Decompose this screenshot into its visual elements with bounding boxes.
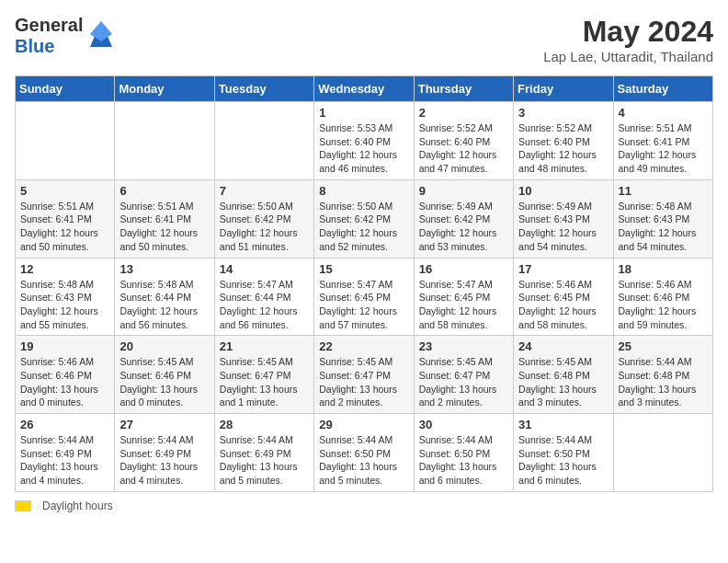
calendar-cell: 11Sunrise: 5:48 AMSunset: 6:43 PMDayligh… [613, 179, 712, 258]
calendar-cell: 12Sunrise: 5:48 AMSunset: 6:43 PMDayligh… [16, 258, 115, 336]
day-info: Sunrise: 5:44 AMSunset: 6:49 PMDaylight:… [20, 433, 109, 488]
calendar-cell [16, 102, 115, 180]
calendar-week-row: 19Sunrise: 5:46 AMSunset: 6:46 PMDayligh… [16, 336, 713, 414]
calendar-cell: 23Sunrise: 5:45 AMSunset: 6:47 PMDayligh… [414, 336, 513, 414]
day-number: 19 [20, 339, 109, 353]
day-info: Sunrise: 5:49 AMSunset: 6:42 PMDaylight:… [419, 200, 508, 254]
calendar-cell: 25Sunrise: 5:44 AMSunset: 6:48 PMDayligh… [613, 336, 712, 414]
day-info: Sunrise: 5:52 AMSunset: 6:40 PMDaylight:… [518, 121, 608, 176]
calendar-cell: 29Sunrise: 5:44 AMSunset: 6:50 PMDayligh… [314, 414, 414, 492]
calendar-cell: 16Sunrise: 5:47 AMSunset: 6:45 PMDayligh… [414, 258, 513, 336]
day-number: 18 [619, 262, 708, 276]
footer-note: Daylight hours [15, 500, 713, 512]
day-info: Sunrise: 5:51 AMSunset: 6:41 PMDaylight:… [119, 200, 209, 254]
day-number: 6 [119, 184, 209, 198]
day-number: 11 [619, 184, 708, 198]
calendar-week-row: 12Sunrise: 5:48 AMSunset: 6:43 PMDayligh… [16, 258, 713, 336]
day-info: Sunrise: 5:49 AMSunset: 6:43 PMDaylight:… [518, 200, 608, 254]
day-number: 13 [119, 262, 209, 276]
calendar-header-friday: Friday [514, 76, 613, 102]
day-info: Sunrise: 5:46 AMSunset: 6:46 PMDaylight:… [619, 278, 708, 332]
calendar-cell: 20Sunrise: 5:45 AMSunset: 6:46 PMDayligh… [115, 336, 214, 414]
calendar-cell: 26Sunrise: 5:44 AMSunset: 6:49 PMDayligh… [16, 414, 115, 492]
calendar-cell [613, 414, 712, 492]
day-info: Sunrise: 5:48 AMSunset: 6:43 PMDaylight:… [20, 278, 109, 332]
day-number: 30 [419, 418, 508, 431]
page-header: General Blue May 2024 Lap Lae, Uttaradit… [15, 15, 713, 64]
calendar-table: SundayMondayTuesdayWednesdayThursdayFrid… [15, 75, 713, 492]
calendar-week-row: 26Sunrise: 5:44 AMSunset: 6:49 PMDayligh… [16, 414, 713, 492]
day-number: 28 [220, 418, 309, 431]
day-info: Sunrise: 5:51 AMSunset: 6:41 PMDaylight:… [20, 200, 109, 254]
day-info: Sunrise: 5:53 AMSunset: 6:40 PMDaylight:… [319, 121, 408, 176]
day-number: 20 [119, 339, 209, 353]
day-info: Sunrise: 5:44 AMSunset: 6:48 PMDaylight:… [619, 355, 708, 409]
day-number: 8 [319, 184, 408, 198]
day-number: 10 [518, 184, 608, 198]
calendar-cell: 17Sunrise: 5:46 AMSunset: 6:45 PMDayligh… [514, 258, 613, 336]
calendar-week-row: 5Sunrise: 5:51 AMSunset: 6:41 PMDaylight… [16, 179, 713, 258]
calendar-cell: 7Sunrise: 5:50 AMSunset: 6:42 PMDaylight… [214, 179, 313, 258]
daylight-label: Daylight hours [42, 500, 113, 512]
day-info: Sunrise: 5:48 AMSunset: 6:43 PMDaylight:… [619, 200, 708, 254]
day-info: Sunrise: 5:45 AMSunset: 6:47 PMDaylight:… [220, 355, 309, 409]
calendar-cell: 28Sunrise: 5:44 AMSunset: 6:49 PMDayligh… [214, 414, 313, 492]
calendar-cell: 9Sunrise: 5:49 AMSunset: 6:42 PMDaylight… [414, 179, 513, 258]
calendar-header-monday: Monday [115, 76, 214, 102]
calendar-cell: 1Sunrise: 5:53 AMSunset: 6:40 PMDaylight… [314, 102, 414, 180]
day-info: Sunrise: 5:44 AMSunset: 6:50 PMDaylight:… [419, 433, 508, 488]
day-number: 26 [20, 418, 109, 431]
day-info: Sunrise: 5:44 AMSunset: 6:50 PMDaylight:… [319, 433, 408, 488]
day-info: Sunrise: 5:45 AMSunset: 6:46 PMDaylight:… [119, 355, 209, 409]
day-info: Sunrise: 5:44 AMSunset: 6:49 PMDaylight:… [119, 433, 209, 488]
calendar-cell: 3Sunrise: 5:52 AMSunset: 6:40 PMDaylight… [514, 102, 613, 180]
day-number: 27 [119, 418, 209, 431]
day-number: 2 [419, 106, 508, 120]
day-info: Sunrise: 5:50 AMSunset: 6:42 PMDaylight:… [220, 200, 309, 254]
day-number: 25 [619, 339, 708, 353]
calendar-cell: 21Sunrise: 5:45 AMSunset: 6:47 PMDayligh… [214, 336, 313, 414]
month-title: May 2024 [543, 15, 713, 49]
calendar-header-thursday: Thursday [414, 76, 513, 102]
day-number: 1 [319, 106, 408, 120]
day-info: Sunrise: 5:44 AMSunset: 6:50 PMDaylight:… [518, 433, 608, 488]
calendar-cell: 19Sunrise: 5:46 AMSunset: 6:46 PMDayligh… [16, 336, 115, 414]
calendar-cell: 2Sunrise: 5:52 AMSunset: 6:40 PMDaylight… [414, 102, 513, 180]
calendar-cell: 4Sunrise: 5:51 AMSunset: 6:41 PMDaylight… [613, 102, 712, 180]
day-number: 14 [220, 262, 309, 276]
day-number: 22 [319, 339, 408, 353]
day-number: 12 [20, 262, 109, 276]
calendar-header-tuesday: Tuesday [214, 76, 313, 102]
day-info: Sunrise: 5:47 AMSunset: 6:45 PMDaylight:… [319, 278, 408, 332]
calendar-cell: 6Sunrise: 5:51 AMSunset: 6:41 PMDaylight… [115, 179, 214, 258]
calendar-header-sunday: Sunday [16, 76, 115, 102]
calendar-cell: 14Sunrise: 5:47 AMSunset: 6:44 PMDayligh… [214, 258, 313, 336]
svg-marker-1 [90, 21, 112, 41]
calendar-cell: 10Sunrise: 5:49 AMSunset: 6:43 PMDayligh… [514, 179, 613, 258]
day-info: Sunrise: 5:45 AMSunset: 6:48 PMDaylight:… [518, 355, 608, 409]
day-info: Sunrise: 5:48 AMSunset: 6:44 PMDaylight:… [119, 278, 209, 332]
calendar-cell: 18Sunrise: 5:46 AMSunset: 6:46 PMDayligh… [613, 258, 712, 336]
day-number: 21 [220, 339, 309, 353]
calendar-header-row: SundayMondayTuesdayWednesdayThursdayFrid… [16, 76, 713, 102]
calendar-cell: 27Sunrise: 5:44 AMSunset: 6:49 PMDayligh… [115, 414, 214, 492]
day-info: Sunrise: 5:45 AMSunset: 6:47 PMDaylight:… [319, 355, 408, 409]
day-info: Sunrise: 5:46 AMSunset: 6:45 PMDaylight:… [518, 278, 608, 332]
day-number: 7 [220, 184, 309, 198]
day-number: 15 [319, 262, 408, 276]
calendar-cell: 30Sunrise: 5:44 AMSunset: 6:50 PMDayligh… [414, 414, 513, 492]
day-number: 3 [518, 106, 608, 120]
day-number: 9 [419, 184, 508, 198]
calendar-cell [115, 102, 214, 180]
calendar-cell: 15Sunrise: 5:47 AMSunset: 6:45 PMDayligh… [314, 258, 414, 336]
calendar-header-wednesday: Wednesday [314, 76, 414, 102]
logo-general: General [15, 15, 83, 35]
day-number: 29 [319, 418, 408, 431]
day-info: Sunrise: 5:47 AMSunset: 6:45 PMDaylight:… [419, 278, 508, 332]
day-info: Sunrise: 5:52 AMSunset: 6:40 PMDaylight:… [419, 121, 508, 176]
logo: General Blue [15, 15, 116, 57]
day-number: 4 [619, 106, 708, 120]
location: Lap Lae, Uttaradit, Thailand [543, 49, 713, 64]
day-number: 24 [518, 339, 608, 353]
title-area: May 2024 Lap Lae, Uttaradit, Thailand [543, 15, 713, 64]
